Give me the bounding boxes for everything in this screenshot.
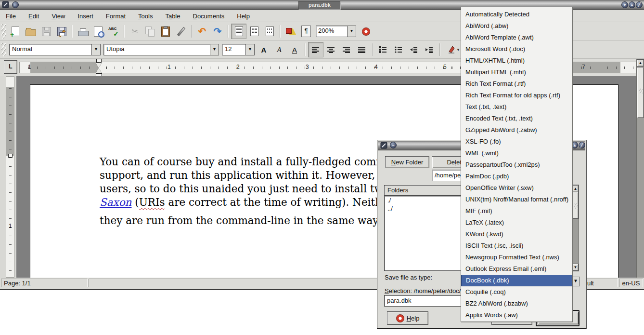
dropdown-item[interactable]: LaTeX (.latex) bbox=[461, 217, 572, 228]
align-right-icon bbox=[343, 46, 350, 53]
dropdown-item[interactable]: Applix Words (.aw) bbox=[461, 309, 572, 321]
insert-symbol-button[interactable] bbox=[283, 24, 298, 39]
numbered-list-button[interactable] bbox=[375, 42, 391, 57]
dropdown-item[interactable]: GZipped AbiWord (.zabw) bbox=[461, 124, 572, 136]
scrollbar-thumb[interactable] bbox=[572, 192, 579, 219]
two-columns-button[interactable] bbox=[246, 24, 262, 39]
dropdown-item[interactable]: Coquille (.coq) bbox=[461, 286, 572, 298]
size-dropdown-button[interactable]: ▾ bbox=[246, 44, 255, 55]
help-button[interactable] bbox=[358, 24, 374, 39]
dropdown-item[interactable]: Rich Text Format for old apps (.rtf) bbox=[461, 90, 572, 101]
scroll-up-button[interactable]: ▲ bbox=[572, 185, 579, 192]
dropdown-item[interactable]: Newsgroup Formatted Text (.nws) bbox=[461, 252, 572, 263]
menu-tools[interactable]: Tools bbox=[138, 13, 153, 20]
ruler-number: 3 bbox=[306, 64, 309, 70]
dropdown-item[interactable]: Multipart HTML (.mht) bbox=[461, 67, 572, 78]
save-as-button[interactable] bbox=[54, 24, 69, 39]
scroll-up-button[interactable]: ▲ bbox=[637, 59, 644, 67]
window-menu-button[interactable]: ○ bbox=[12, 1, 19, 8]
files-scrollbar[interactable]: ▲ ▼ bbox=[572, 185, 579, 271]
underline-button[interactable]: A bbox=[287, 42, 302, 57]
dropdown-item[interactable]: Rich Text Format (.rtf) bbox=[461, 78, 572, 90]
show-paragraphs-button[interactable]: ¶ bbox=[298, 24, 314, 39]
menu-insert[interactable]: Insert bbox=[77, 13, 93, 20]
open-button[interactable] bbox=[23, 24, 39, 39]
dropdown-item[interactable]: Outlook Express Email (.eml) bbox=[461, 263, 572, 275]
dropdown-item[interactable]: Microsoft Word (.doc) bbox=[461, 43, 572, 55]
vertical-ruler[interactable]: 1 bbox=[6, 76, 14, 278]
italic-button[interactable]: A bbox=[271, 42, 287, 57]
align-left-button[interactable] bbox=[308, 42, 323, 57]
dropdown-item-selected[interactable]: DocBook (.dbk) bbox=[461, 275, 572, 286]
dropdown-item[interactable]: Text (.txt, .text) bbox=[461, 101, 572, 113]
print-preview-button[interactable] bbox=[90, 24, 106, 39]
dialog-minimize-button[interactable]: – bbox=[390, 142, 397, 148]
unindent-button[interactable] bbox=[406, 42, 422, 57]
dropdown-item[interactable]: BZ2 AbiWord (.bzabw) bbox=[461, 298, 572, 309]
menu-view[interactable]: View bbox=[52, 13, 65, 20]
first-line-indent-marker[interactable] bbox=[96, 59, 102, 63]
tab-stop-selector[interactable]: L bbox=[4, 60, 17, 74]
new-folder-button[interactable]: New Folder bbox=[385, 156, 429, 168]
print-button[interactable] bbox=[75, 24, 90, 39]
spellcheck-button[interactable]: ABC✓ bbox=[106, 24, 121, 39]
indent-marker-bottom[interactable] bbox=[96, 68, 102, 73]
align-center-button[interactable] bbox=[323, 42, 339, 57]
dropdown-item[interactable]: Automatically Detected bbox=[461, 9, 572, 20]
dropdown-item[interactable]: PassepartoutToo (.xml2ps) bbox=[461, 159, 572, 171]
save-type-dropdown-button[interactable]: ▼ bbox=[572, 277, 580, 286]
one-column-button[interactable] bbox=[231, 24, 246, 39]
dropdown-item[interactable]: AbiWord Template (.awt) bbox=[461, 32, 572, 43]
paste-button[interactable] bbox=[158, 24, 173, 39]
zoom-dropdown-button[interactable]: ▾ bbox=[348, 26, 356, 37]
menu-format[interactable]: Format bbox=[106, 13, 126, 20]
dropdown-item[interactable]: PalmDoc (.pdb) bbox=[461, 171, 572, 182]
close-button[interactable]: ╱ bbox=[636, 1, 643, 8]
dropdown-item[interactable]: MIF (.mif) bbox=[461, 205, 572, 217]
folder-item[interactable]: ../ bbox=[385, 204, 473, 213]
bold-button[interactable]: A bbox=[256, 42, 271, 57]
dropdown-item[interactable]: OpenOffice Writer (.sxw) bbox=[461, 182, 572, 194]
stylus-button[interactable] bbox=[173, 24, 189, 39]
style-dropdown-button[interactable]: ▾ bbox=[92, 44, 101, 55]
maximize-button[interactable]: ▴ bbox=[629, 1, 635, 8]
dialog-close-button[interactable]: ╱ bbox=[579, 142, 585, 148]
dialog-help-button[interactable]: Help bbox=[387, 311, 428, 325]
style-select[interactable]: Normal bbox=[9, 44, 92, 55]
new-document-button[interactable]: + bbox=[8, 24, 23, 39]
minimize-button[interactable]: ▾ bbox=[621, 1, 628, 8]
toolbar-grip[interactable] bbox=[1, 43, 6, 56]
dropdown-item[interactable]: XSL-FO (.fo) bbox=[461, 136, 572, 147]
dropdown-item[interactable]: WML (.wml) bbox=[461, 147, 572, 159]
scroll-down-button[interactable]: ▼ bbox=[572, 264, 579, 271]
dropdown-item[interactable]: HTML/XHTML (.html) bbox=[461, 55, 572, 67]
menu-table[interactable]: Table bbox=[165, 13, 180, 20]
folder-item[interactable]: ./ bbox=[385, 196, 473, 204]
indent-marker-top[interactable] bbox=[96, 63, 102, 68]
indent-button[interactable] bbox=[422, 42, 437, 57]
scrollbar-thumb[interactable] bbox=[637, 67, 644, 118]
top-margin-marker[interactable] bbox=[8, 154, 13, 158]
font-dropdown-button[interactable]: ▾ bbox=[210, 44, 219, 55]
menu-documents[interactable]: Documents bbox=[193, 13, 225, 20]
font-select[interactable]: Utopia bbox=[103, 44, 210, 55]
dropdown-item[interactable]: ISCII Text (.isc, .iscii) bbox=[461, 240, 572, 252]
size-select[interactable]: 12 bbox=[222, 44, 246, 55]
saxon-hyperlink[interactable]: Saxon bbox=[100, 196, 131, 208]
redo-button[interactable]: ↷ bbox=[210, 24, 225, 39]
toolbar-grip[interactable] bbox=[1, 24, 6, 39]
undo-button[interactable]: ↶ bbox=[194, 24, 210, 39]
vertical-scrollbar[interactable]: ▲ bbox=[636, 59, 644, 278]
dropdown-item[interactable]: KWord (.kwd) bbox=[461, 228, 572, 240]
menu-help[interactable]: Help bbox=[237, 13, 250, 20]
three-columns-button[interactable] bbox=[262, 24, 277, 39]
bullet-list-button[interactable] bbox=[391, 42, 406, 57]
zoom-input[interactable]: 200% bbox=[316, 26, 348, 37]
dropdown-item[interactable]: AbiWord (.abw) bbox=[461, 20, 572, 32]
menu-edit[interactable]: Edit bbox=[28, 13, 39, 20]
align-justify-button[interactable] bbox=[354, 42, 370, 57]
align-right-button[interactable] bbox=[339, 42, 354, 57]
dropdown-item[interactable]: Encoded Text (.txt, .text) bbox=[461, 113, 572, 124]
menu-file[interactable]: File bbox=[6, 13, 16, 20]
dropdown-item[interactable]: UNIX(tm) Nroff/Manual format (.nroff) bbox=[461, 194, 572, 205]
